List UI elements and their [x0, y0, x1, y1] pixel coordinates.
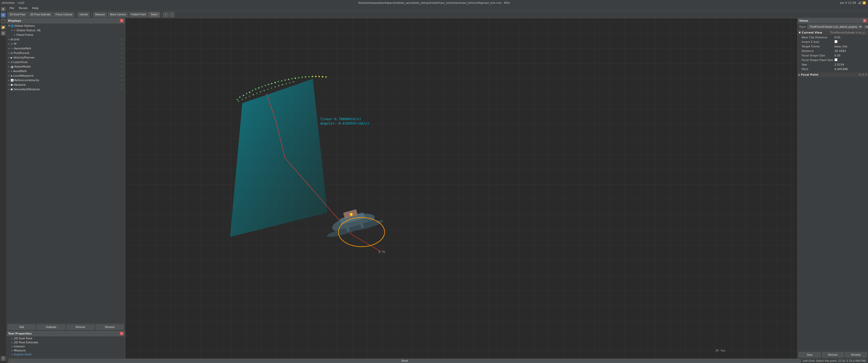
tool-prop-label-5: Publish Point [14, 353, 32, 356]
fixed-frame-icon: ✓ [13, 34, 16, 36]
display-item-purepursuit[interactable]: ▸ ◎ PurePursuit ✓ [6, 51, 125, 55]
btn-views-rename[interactable]: Rename [845, 352, 867, 358]
toolbar-publish-point[interactable]: Publish Point [129, 12, 148, 17]
svg-point-34 [242, 99, 243, 100]
views-close[interactable]: ✕ [863, 19, 867, 23]
display-item-referencevelocity[interactable]: ▸ 📊 ReferenceVelocity ✓ [6, 78, 125, 82]
laserscan-icon: ⊙ [10, 61, 12, 64]
dock-app-grid[interactable]: ⊞ [1, 6, 6, 11]
tool-prop-publish-point[interactable]: ▸ Publish Point [6, 353, 125, 357]
tool-prop-interact[interactable]: ▸ Interact [6, 344, 125, 349]
btn-remove[interactable]: Remove [66, 324, 95, 330]
toolbar-focus-camera[interactable]: Focus Camera [54, 12, 74, 17]
display-item-fixed-frame[interactable]: ✓ Fixed Frame [6, 33, 125, 37]
dock-terminal[interactable]: ⬛ [1, 19, 6, 24]
menu-help[interactable]: Help [30, 6, 41, 10]
tool-prop-label-1: 2D Goal Pose [14, 337, 32, 340]
tool-properties-panel: Tool Properties ✕ ▸ 2D Goal Pose ▸ 2D Po… [6, 331, 125, 359]
display-item-obstacle[interactable]: ▸ ⬟ Obstacle ✓ [6, 82, 125, 87]
tool-prop-icon-1: ▸ [11, 337, 13, 340]
display-item-localwaypoint[interactable]: ▸ ◈ LocalWaypoint ✓ [6, 73, 125, 78]
toolbar-select[interactable]: Select [149, 12, 160, 17]
svg-point-25 [301, 76, 303, 78]
svg-point-7 [243, 95, 244, 96]
tool-prop-label-2: 2D Pose Estimate [14, 341, 38, 344]
btn-rename[interactable]: Rename [96, 324, 124, 330]
dock-files[interactable]: 📁 [1, 25, 6, 30]
view-prop-invert-z: Invert Z Axis [798, 40, 868, 44]
tool-prop-icon-5: ▸ [11, 353, 13, 356]
yaw-value: 2.5154 [834, 63, 867, 66]
displays-header: Displays ✕ [6, 18, 125, 24]
global-options-name: Global Options [14, 24, 124, 28]
robotmodel-check: ✓ [121, 65, 124, 68]
grid-arrow: ▸ [7, 38, 10, 41]
tool-prop-2d-pose-estimate[interactable]: ▸ 2D Pose Estimate [6, 340, 125, 344]
display-item-global-status[interactable]: ▸ ✓ Global Status: Ok [6, 28, 125, 33]
focal-shape-fixed-label: Focal Shape Fixed Size [802, 59, 834, 62]
btn-views-remove[interactable]: Remove [822, 352, 844, 358]
hermitepath-check: ✓ [121, 47, 124, 50]
status-reset-btn[interactable]: Reset [8, 359, 801, 363]
toolbar-move-camera[interactable]: Move Camera [108, 12, 128, 17]
toolbar-plus[interactable]: + [163, 12, 168, 17]
dock-grid[interactable]: ⠿ [1, 356, 6, 361]
menu-panels[interactable]: Panels [17, 6, 30, 10]
velocityplanner-name: VelocityPlanner [13, 56, 121, 59]
display-list[interactable]: ▼ 🌐 Global Options ▸ ✓ Global Status: Ok… [6, 24, 125, 323]
robot-visualization: 0.70 linear:0.700000(m/s) angular:-0.018… [125, 18, 797, 359]
dock-settings[interactable]: ⚙ [1, 31, 6, 36]
display-item-avoidpath[interactable]: ▸ ⚡ AvoidPath ✓ [6, 69, 125, 73]
focal-shape-fixed-checkbox[interactable] [834, 58, 837, 61]
toolbar-2d-goal-pose[interactable]: 2D Goal Pose [7, 12, 27, 17]
display-item-velocityplanner[interactable]: ▸ ▶ VelocityPlanner ✓ [6, 55, 125, 60]
purepursuit-arrow: ▸ [7, 52, 10, 55]
right-panel: Views ✕ Type: ThirdPersonFollower (rviz_… [797, 18, 868, 359]
toolbar-minus[interactable]: - [169, 12, 174, 17]
svg-point-29 [315, 76, 316, 77]
viewport[interactable]: 0.70 linear:0.700000(m/s) angular:-0.018… [125, 18, 797, 359]
current-view-value: ThirdPersonFollower (rviz_d... [823, 31, 867, 34]
svg-point-41 [267, 89, 269, 90]
svg-point-16 [271, 83, 273, 85]
display-item-tf[interactable]: ▸ ↗ TF ✓ [6, 42, 125, 46]
focal-point-section[interactable]: ▸ Focal Point 0; 0; 0 [798, 72, 868, 77]
tool-properties-close[interactable]: ✕ [120, 332, 123, 335]
toolbar-2d-pose-estimate[interactable]: 2D Pose Estimate [28, 12, 53, 17]
display-item-hermitepath[interactable]: ▸ 〰 HermitePath ✓ [6, 46, 125, 51]
invert-z-checkbox[interactable] [834, 40, 837, 43]
display-item-global-options[interactable]: ▼ 🌐 Global Options [6, 24, 125, 28]
tool-prop-2d-goal-pose[interactable]: ▸ 2D Goal Pose [6, 336, 125, 340]
btn-duplicate[interactable]: Duplicate [37, 324, 65, 330]
display-item-robotmodel[interactable]: ▸ 🤖 RobotModel ✓ [6, 64, 125, 69]
tool-properties-title: Tool Properties [8, 332, 32, 335]
displays-title: Displays [8, 19, 21, 23]
btn-views-save[interactable]: Save [799, 352, 821, 358]
menu-file[interactable]: File [7, 6, 16, 10]
views-zero-btn[interactable]: Zero [864, 25, 868, 29]
svg-point-40 [264, 90, 265, 91]
svg-point-9 [249, 92, 250, 93]
toolbar-interact[interactable]: Interact [78, 12, 90, 17]
focal-point-expand: ▸ [799, 73, 800, 76]
localwaypoint-icon: ◈ [10, 74, 12, 77]
display-item-laserscan[interactable]: ▸ ⊙ LaserScan ✓ [6, 60, 125, 64]
app-name-label[interactable]: rviz2 [18, 1, 25, 4]
dock-rviz[interactable]: R [1, 12, 6, 18]
tool-properties-header: Tool Properties ✕ [6, 331, 125, 336]
left-panel: Displays ✕ ▼ 🌐 Global Options ▸ ✓ Global… [6, 18, 125, 359]
btn-add[interactable]: Add [7, 324, 36, 330]
svg-point-23 [294, 77, 296, 79]
display-item-grid[interactable]: ▸ ⊞ Grid ✓ [6, 37, 125, 42]
current-view-section[interactable]: ▼ Current View ThirdPersonFollower (rviz… [798, 30, 868, 35]
obstacle-check: ✓ [121, 83, 124, 86]
tool-prop-icon-4: ▸ [11, 349, 13, 352]
views-type-select[interactable]: ThirdPersonFollower (rviz_default_plugin… [807, 25, 863, 29]
tool-prop-measure[interactable]: ▸ Measure [6, 349, 125, 353]
toolbar-measure[interactable]: Measure [93, 12, 107, 17]
display-item-simulatedobstacle[interactable]: ▸ ⬟ SimulatedObstacle ✓ [6, 87, 125, 92]
laserscan-name: LaserScan [13, 61, 121, 64]
svg-point-15 [268, 84, 269, 85]
displays-close[interactable]: ✕ [120, 19, 123, 23]
activities-label[interactable]: Activities [2, 1, 14, 4]
